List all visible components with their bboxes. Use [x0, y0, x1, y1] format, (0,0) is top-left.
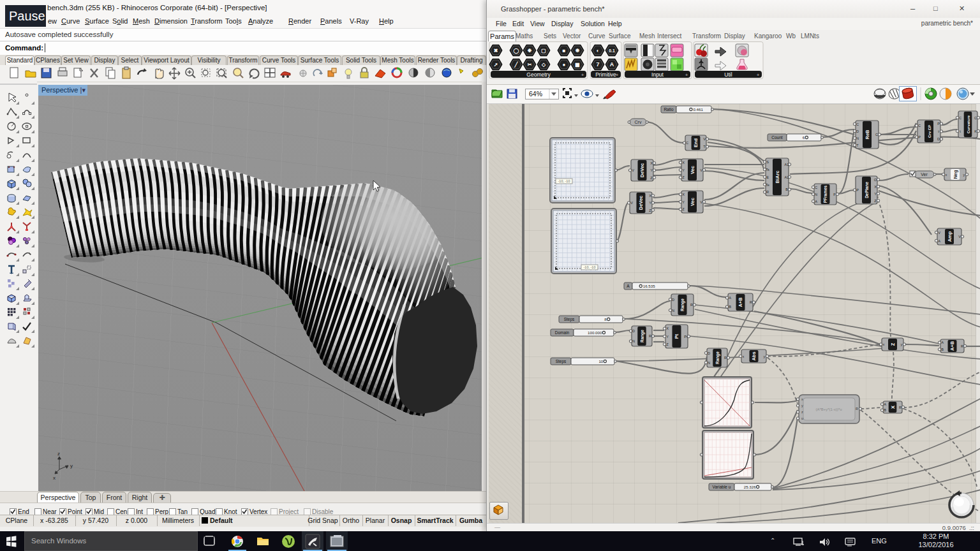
svg-text:❋: ❋ [575, 48, 580, 54]
svg-text:Y: Y [874, 192, 877, 196]
svg-text:●: ● [563, 62, 566, 68]
svg-text:8: 8 [604, 317, 607, 321]
svg-text:R: R [750, 300, 752, 304]
svg-text:Vec: Vec [690, 166, 695, 174]
svg-text:A2: A2 [785, 175, 789, 179]
svg-text:K: K [974, 129, 977, 133]
svg-text:X: X [666, 327, 669, 330]
svg-text:(A*B+y*(1-x))*u: (A*B+y*(1-x))*u [815, 408, 842, 411]
svg-text:■: ■ [563, 48, 566, 54]
svg-text:Crv CP: Crv CP [928, 125, 932, 138]
svg-text:C: C [875, 133, 878, 136]
svg-text:D: D [632, 329, 635, 333]
svg-text:Y: Y [650, 168, 653, 172]
svg-text:V: V [630, 201, 633, 205]
svg-text:B: B [729, 305, 731, 309]
svg-text:A: A [729, 296, 731, 300]
svg-text:0.1: 0.1 [609, 48, 615, 53]
svg-text:T: T [703, 145, 706, 149]
svg-text:Range: Range [640, 330, 645, 342]
svg-text:▩: ▩ [575, 62, 580, 68]
svg-text:-10, -10: -10, -10 [558, 179, 570, 183]
svg-text:+: + [616, 72, 619, 78]
svg-text:A: A [815, 200, 817, 203]
svg-text:C: C [856, 122, 859, 126]
svg-text:Amp: Amp [947, 231, 953, 242]
svg-text:x: x [883, 342, 885, 346]
svg-text:N: N [708, 361, 710, 365]
svg-text:X: X [650, 161, 653, 165]
svg-text:A+B: A+B [738, 297, 743, 307]
svg-text:Steps: Steps [564, 317, 575, 322]
svg-text:Ver: Ver [921, 172, 928, 177]
svg-text:◐: ◐ [597, 48, 600, 54]
svg-text:N: N [856, 136, 859, 140]
svg-text:A: A [941, 341, 944, 344]
svg-text:A+B: A+B [949, 341, 955, 351]
svg-text:Curvature: Curvature [967, 115, 970, 133]
svg-text:T: T [856, 143, 859, 147]
svg-text:A: A [627, 284, 630, 288]
svg-text:R: R [766, 190, 769, 194]
svg-text:6: 6 [803, 135, 805, 140]
svg-text:+: + [757, 72, 760, 78]
svg-text:P: P [856, 188, 859, 192]
svg-text:✖: ✖ [494, 48, 498, 54]
svg-text:Ratio: Ratio [664, 107, 674, 112]
svg-text:x: x [801, 397, 803, 401]
svg-text:Range: Range [715, 351, 720, 364]
svg-text:A: A [610, 61, 614, 68]
svg-text:X: X [682, 161, 685, 165]
svg-text:X: X [649, 194, 651, 198]
svg-text:R: R [649, 334, 651, 338]
svg-text:C: C [686, 141, 688, 145]
svg-text:X: X [682, 193, 685, 196]
svg-text:DeVec: DeVec [639, 163, 645, 178]
svg-text:P: P [918, 135, 921, 139]
svg-text:Input: Input [651, 71, 664, 78]
svg-text:y: y [963, 173, 965, 177]
svg-text:X: X [874, 185, 877, 189]
svg-text:Z: Z [649, 209, 651, 212]
svg-text:Z: Z [682, 207, 685, 211]
svg-text:C: C [959, 116, 961, 120]
svg-text:10: 10 [598, 359, 603, 364]
svg-text:V: V [958, 235, 961, 239]
svg-text:Y: Y [682, 200, 685, 204]
svg-text:Crv: Crv [635, 120, 642, 124]
svg-text:Range: Range [680, 298, 685, 311]
svg-text:B: B [884, 408, 886, 412]
svg-text:Ts: Ts [766, 168, 769, 172]
svg-text:◇: ◇ [541, 62, 546, 68]
svg-text:7: 7 [596, 61, 599, 68]
svg-text:Primitive: Primitive [595, 71, 616, 78]
svg-text:Steps: Steps [556, 359, 567, 364]
svg-text:x: x [743, 355, 745, 358]
svg-text:+: + [685, 72, 688, 78]
svg-text:C: C [815, 186, 817, 189]
svg-text:R: R [690, 303, 693, 307]
svg-text:Domain: Domain [555, 330, 570, 335]
svg-text:V: V [700, 200, 702, 204]
svg-text:Geometry: Geometry [526, 71, 551, 78]
svg-text:R: R [856, 407, 858, 411]
svg-text:Z: Z [890, 342, 896, 346]
svg-text:A1: A1 [785, 163, 789, 166]
svg-text:N: N [815, 193, 817, 196]
svg-text:Z: Z [682, 175, 685, 179]
svg-text:y: y [70, 463, 73, 469]
svg-text:C: C [918, 124, 921, 128]
svg-text:-10, -10: -10, -10 [584, 265, 596, 269]
svg-text:DePlane: DePlane [865, 182, 869, 198]
svg-text:B: B [941, 348, 944, 351]
svg-text:PFrames: PFrames [823, 185, 828, 203]
svg-text:y: y [801, 404, 803, 408]
svg-text:BiArc: BiArc [775, 170, 780, 183]
svg-text:O: O [874, 178, 877, 182]
svg-text:Te: Te [766, 183, 769, 187]
svg-text:Neg: Neg [953, 170, 958, 179]
svg-text:25.326: 25.326 [744, 485, 756, 489]
svg-text:Variable u: Variable u [713, 485, 731, 489]
svg-text:Abs: Abs [751, 351, 757, 360]
svg-text:➚: ➚ [494, 62, 498, 68]
